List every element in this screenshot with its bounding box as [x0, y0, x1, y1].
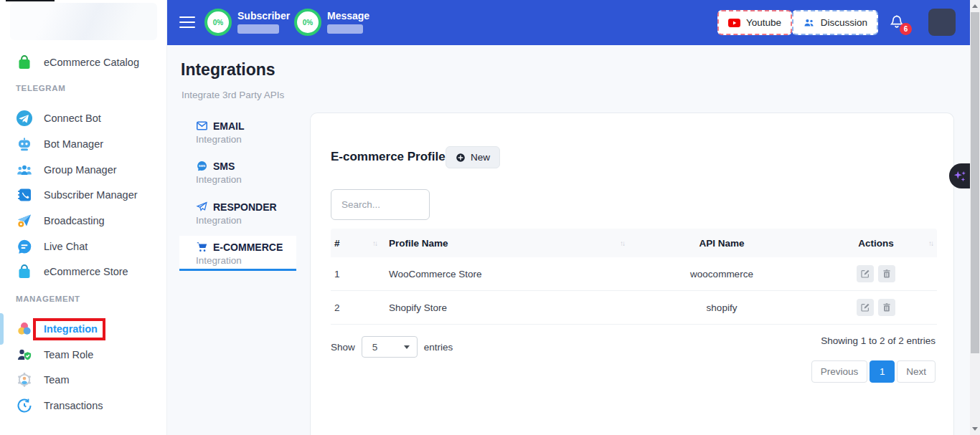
- youtube-button[interactable]: Youtube: [717, 10, 792, 35]
- scroll-down-arrow-icon[interactable]: [972, 427, 978, 431]
- tab-sms-integration[interactable]: SMS SMS Integration: [179, 160, 296, 185]
- discussion-button-label: Discussion: [821, 17, 867, 28]
- contact-book-icon: [16, 186, 33, 204]
- page-size-select[interactable]: 5: [362, 336, 418, 358]
- tab-responder-integration[interactable]: RESPONDER Integration: [179, 201, 296, 226]
- sidebar-item-team-role[interactable]: Team Role: [0, 342, 167, 368]
- column-header-label: Actions: [858, 238, 894, 249]
- user-avatar[interactable]: [928, 9, 956, 36]
- history-clock-icon: [16, 397, 33, 414]
- telegram-plane-icon: [16, 110, 33, 127]
- entries-label: entries: [424, 342, 453, 353]
- chat-bubble-icon: [16, 238, 33, 255]
- column-header-label: Profile Name: [389, 238, 448, 249]
- plus-circle-icon: [456, 153, 466, 163]
- shopping-bag-green-icon: [16, 54, 33, 71]
- envelope-icon: [196, 120, 208, 132]
- scroll-up-arrow-icon[interactable]: [972, 4, 978, 8]
- tab-email-integration[interactable]: EMAIL Integration: [179, 120, 296, 145]
- sidebar-item-ecommerce-catalog[interactable]: eCommerce Catalog: [0, 49, 167, 75]
- person-shield-icon: [16, 346, 33, 363]
- sidebar-section-management: MANAGEMENT: [16, 295, 80, 303]
- sidebar-item-connect-bot[interactable]: Connect Bot: [0, 105, 167, 131]
- sidebar-item-label: Broadcasting: [44, 215, 105, 226]
- sidebar-item-broadcasting[interactable]: Broadcasting: [0, 208, 167, 234]
- cell-api-name: shopify: [628, 291, 815, 324]
- table-row: 1 WooCommerce Store woocommerce: [331, 257, 937, 291]
- page-1-button[interactable]: 1: [870, 360, 895, 383]
- previous-page-button[interactable]: Previous: [811, 360, 868, 383]
- discussion-button[interactable]: Discussion: [792, 10, 878, 35]
- youtube-button-label: Youtube: [746, 17, 781, 28]
- sidebar-item-label: Team: [44, 374, 69, 386]
- subscriber-stat-label: Subscriber: [237, 10, 290, 21]
- sidebar-item-subscriber-manager[interactable]: Subscriber Manager: [0, 182, 167, 208]
- sidebar-item-team[interactable]: Team: [0, 367, 167, 393]
- notification-bell-icon[interactable]: 6: [889, 14, 905, 29]
- sidebar-item-label: Team Role: [44, 349, 93, 360]
- sidebar-item-ecommerce-store[interactable]: eCommerce Store: [0, 259, 167, 285]
- sidebar-item-bot-manager[interactable]: Bot Manager: [0, 131, 167, 157]
- tab-title: EMAIL: [213, 120, 245, 132]
- message-stat-blurred-value: [327, 24, 363, 34]
- hamburger-menu-icon[interactable]: [179, 16, 195, 28]
- tab-subtitle: Integration: [196, 215, 296, 226]
- column-header-profile-name[interactable]: Profile Name ↑↓: [381, 229, 628, 257]
- edit-button[interactable]: [857, 299, 874, 316]
- discussion-people-icon: [803, 16, 815, 29]
- sidebar-item-group-manager[interactable]: Group Manager: [0, 157, 167, 183]
- cell-profile-name: WooCommerce Store: [381, 257, 628, 290]
- ecommerce-profile-card: E-commerce Profile New # ↑↓ Profile Name…: [310, 113, 954, 435]
- tab-ecommerce-integration[interactable]: E-COMMERCE Integration: [179, 236, 296, 271]
- tab-subtitle: Integration: [196, 255, 296, 266]
- subscriber-stat: 0% Subscriber: [204, 9, 290, 36]
- top-header-bar: 0% Subscriber 0% Message Youtube Discuss…: [167, 0, 970, 45]
- new-profile-button[interactable]: New: [446, 146, 500, 168]
- page-size-value: 5: [372, 342, 378, 353]
- table-row: 2 Shopify Store shopify: [331, 291, 937, 325]
- table-header-row: # ↑↓ Profile Name ↑↓ API Name Actions ↑↓: [331, 229, 937, 257]
- cell-profile-name: Shopify Store: [381, 291, 628, 324]
- search-input[interactable]: [331, 189, 430, 220]
- next-page-button[interactable]: Next: [897, 360, 936, 383]
- sidebar-item-label: eCommerce Store: [44, 266, 128, 277]
- gear-person-icon: [16, 371, 33, 388]
- vertical-scrollbar[interactable]: [970, 0, 980, 435]
- sidebar-item-transactions[interactable]: Transactions: [0, 393, 167, 419]
- scrollbar-thumb[interactable]: [971, 12, 979, 353]
- sort-icon[interactable]: ↑↓: [372, 239, 377, 247]
- delete-button[interactable]: [878, 265, 895, 282]
- column-header-label: #: [334, 238, 340, 249]
- subscriber-progress-circle: 0%: [204, 9, 232, 36]
- color-circles-icon: [16, 320, 33, 338]
- main-content: Integrations Integrate 3rd Party APIs EM…: [167, 45, 970, 435]
- sort-icon[interactable]: ↑↓: [928, 239, 933, 247]
- paper-plane-icon: [196, 201, 208, 213]
- sidebar-item-label: Transactions: [44, 400, 103, 411]
- ai-assistant-floating-button[interactable]: [949, 163, 970, 188]
- sidebar: eCommerce Catalog TELEGRAM Connect Bot B…: [0, 0, 167, 435]
- sidebar-section-telegram: TELEGRAM: [16, 84, 65, 92]
- svg-text:SMS: SMS: [199, 164, 206, 168]
- sparkles-icon: [952, 168, 968, 184]
- column-header-num[interactable]: # ↑↓: [331, 229, 381, 257]
- subscriber-stat-blurred-value: [237, 24, 279, 34]
- sidebar-item-label: Integration: [44, 323, 98, 335]
- sidebar-item-integration[interactable]: Integration: [0, 316, 167, 342]
- sidebar-item-label: Live Chat: [44, 241, 88, 252]
- sidebar-item-label: Subscriber Manager: [44, 189, 138, 201]
- shopping-bag-blue-icon: [16, 263, 33, 280]
- column-header-actions[interactable]: Actions ↑↓: [815, 229, 937, 257]
- tab-subtitle: Integration: [196, 174, 296, 185]
- delete-button[interactable]: [878, 299, 895, 316]
- sidebar-item-label: Connect Bot: [44, 113, 101, 124]
- message-stat: 0% Message: [294, 9, 369, 36]
- page-title: Integrations: [181, 60, 275, 80]
- column-header-api-name[interactable]: API Name: [628, 229, 815, 257]
- shopping-cart-icon: [196, 241, 208, 253]
- window-edge-strip: [6, 0, 55, 1]
- sort-icon[interactable]: ↑↓: [620, 239, 624, 247]
- edit-button[interactable]: [857, 265, 874, 282]
- sidebar-item-live-chat[interactable]: Live Chat: [0, 234, 167, 259]
- cell-num: 2: [331, 291, 381, 324]
